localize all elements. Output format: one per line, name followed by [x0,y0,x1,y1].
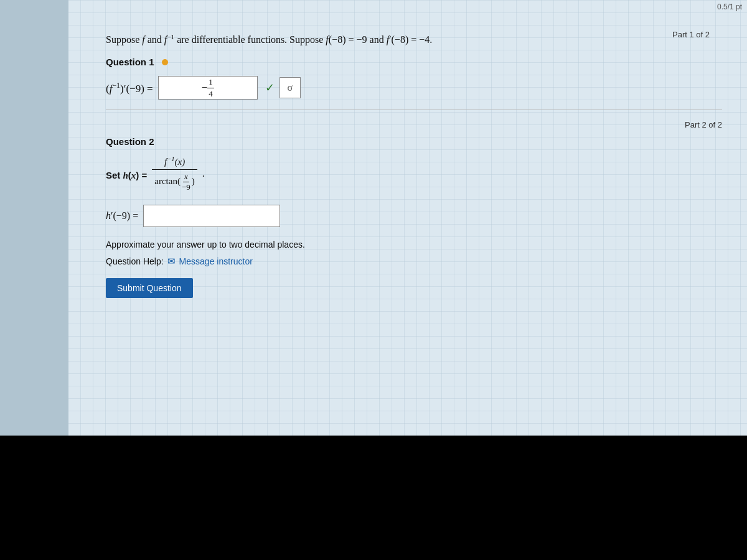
question2-header: Question 2 [106,136,722,147]
sigma-icon: σ [287,82,293,93]
q2-inner-den: −9 [181,182,192,192]
q2-frac-denominator: arctan(x−9) [152,170,197,192]
q2-inner-num: x [183,172,189,182]
part2-label-container: Part 2 of 2 [106,119,722,130]
q1-row: (f−1)′(−9) = − 1 4 ✓ σ [106,76,722,100]
approx-text: Approximate your answer up to two decima… [106,240,722,250]
sigma-button[interactable]: σ [280,77,301,98]
q2-answer-row: h′(−9) = [106,205,722,227]
q2-answer-label: h′(−9) = [106,210,138,222]
dot-indicator [162,59,168,65]
screen: 0.5/1 pt Part 1 of 2 Suppose f and f−1 a… [0,0,747,560]
q1-fraction-denominator: 4 [207,88,214,99]
part1-label: Part 1 of 2 [93,30,710,39]
left-sidebar [0,0,68,436]
question1-label: Question 1 [106,57,154,67]
part1-label-text: Part 1 of 2 [672,30,710,39]
help-row: Question Help: ✉ Message instructor [106,256,722,267]
score-hint: 0.5/1 pt [717,2,742,11]
question2-label: Question 2 [106,136,154,147]
q2-fraction: f−1(x) arctan(x−9) [152,156,197,192]
q2-inner-fraction: x−9 [181,172,192,192]
q2-set-label: Question 2 Set h(x) = [106,170,147,181]
checkmark-icon: ✓ [265,81,275,95]
part2-label-text: Part 2 of 2 [685,120,722,129]
question1-header: Question 1 [106,57,722,67]
section-divider [106,110,722,110]
q1-answer-box: − 1 4 [158,76,258,100]
q1-fraction-numerator: 1 [207,77,214,88]
quiz-panel: Part 1 of 2 Suppose f and f−1 are differ… [68,0,747,436]
mail-icon: ✉ [167,256,176,267]
help-label: Question Help: [106,256,164,266]
q1-fraction: 1 4 [207,77,214,98]
submit-button[interactable]: Submit Question [106,278,193,298]
score-text: 0.5/1 pt [717,2,742,11]
q1-math-label: (f−1)′(−9) = [106,81,153,95]
q2-set-row: Question 2 Set h(x) = f−1(x) arctan(x−9)… [106,156,722,192]
q2-period: . [202,168,205,179]
q2-answer-input[interactable] [143,205,280,227]
bottom-bar [0,436,747,560]
message-instructor-link[interactable]: Message instructor [179,256,253,266]
q2-frac-numerator: f−1(x) [162,156,187,169]
